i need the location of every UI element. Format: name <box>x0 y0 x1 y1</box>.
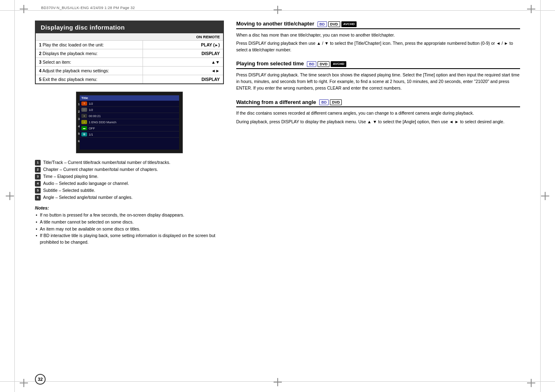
trim-mark-top-left <box>20 5 28 13</box>
format-badge-dvd: DVD <box>330 99 342 105</box>
content-area: Displaying disc information ON REMOTE 1 … <box>35 21 520 371</box>
trim-mark-bottom-center <box>274 378 282 386</box>
format-badge-bd: BD <box>319 99 329 105</box>
step-action: DISPLAY <box>143 49 223 58</box>
section-paragraph: Press DISPLAY during playback then use ▲… <box>236 40 520 53</box>
step-label: 3 Select an item: <box>36 58 143 67</box>
tv-row-number: 4 <box>76 122 81 130</box>
format-badge-bd: BD <box>318 21 327 27</box>
tv-row: T 1/2 <box>80 101 179 107</box>
step-action: DISPLAY <box>143 75 223 84</box>
format-badge-dvd: DVD <box>328 21 340 27</box>
section-paragraph: When a disc has more than one title/chap… <box>236 32 520 38</box>
left-column: Displaying disc information ON REMOTE 1 … <box>35 21 224 371</box>
format-badge-dvd: DVD <box>318 61 329 67</box>
step-action: ◄► <box>143 67 223 75</box>
tv-inner: Title T 1/2 □ 1/2 ● 00:00:21 ♪ 1 ENG DDD… <box>80 95 179 150</box>
trim-mark-mid-left <box>6 192 14 200</box>
tv-row-number: 5 <box>76 130 81 137</box>
section-body-playing-selected: Press DISPLAY during playback. The time … <box>236 71 520 92</box>
trim-mark-top-right <box>527 5 535 13</box>
right-column: Moving to another title/chapter BDDVDAVC… <box>236 21 520 371</box>
tv-row-label: 1/2 <box>89 108 93 112</box>
numbered-items-list: 1Title/Track – Current title/track numbe… <box>35 159 224 201</box>
tv-row: □ 1/2 <box>80 107 179 113</box>
section-body-moving: When a disc has more than one title/chap… <box>236 32 520 53</box>
section-moving: Moving to another title/chapter BDDVDAVC… <box>236 21 520 53</box>
tv-row-icon: ● <box>81 114 87 118</box>
item-text: Time – Elapsed playing time. <box>43 173 98 180</box>
tv-row: ▬ OFF <box>80 125 179 131</box>
disc-info-table: ON REMOTE 1 Play the disc loaded on the … <box>36 33 223 83</box>
step-badge: 5 <box>35 188 41 194</box>
numbered-item: 4Audio – Selected audio language or chan… <box>35 180 224 187</box>
tv-row-label: 1/1 <box>89 133 93 136</box>
trim-mark-bottom-left <box>20 379 28 387</box>
section-title-playing-selected: Playing from selected time BDDVDAVCHD <box>236 60 520 69</box>
note-item: If BD interactive title is playing back,… <box>35 233 224 246</box>
tv-row-label: OFF <box>89 127 95 130</box>
tv-row-icon: ▬ <box>81 126 87 130</box>
tv-row-icon: ♪ <box>81 120 87 124</box>
disc-info-box: Displaying disc information ON REMOTE 1 … <box>35 21 224 84</box>
numbered-item: 2Chapter – Current chapter number/total … <box>35 166 224 173</box>
header-text: BD370V-N_BUSALLK-ENG 4/24/09 1:28 PM Pag… <box>41 6 135 10</box>
step-action: PLAY (►) <box>143 41 223 49</box>
notes-section: Notes: If no button is pressed for a few… <box>35 205 224 246</box>
section-paragraph: During playback, press DISPLAY to displa… <box>236 118 520 125</box>
format-badges: BDDVDAVCHD <box>307 61 346 67</box>
step-action: ▲▼ <box>143 58 223 67</box>
tv-row-icon: T <box>81 101 87 106</box>
step-label: 1 Play the disc loaded on the unit: <box>36 41 143 49</box>
tv-row-number: 1 <box>76 100 81 108</box>
step-badge: 6 <box>35 195 41 201</box>
on-remote-header: ON REMOTE <box>36 33 223 41</box>
section-paragraph: Press DISPLAY during playback. The time … <box>236 71 520 92</box>
section-paragraph: If the disc contains scenes recorded at … <box>236 110 520 116</box>
numbered-item: 5Subtitle – Selected subtitle. <box>35 187 224 194</box>
section-playing-selected: Playing from selected time BDDVDAVCHD Pr… <box>236 60 520 91</box>
numbered-item: 3Time – Elapsed playing time. <box>35 173 224 180</box>
format-badge-avchd: AVCHD <box>331 61 346 67</box>
item-text: Chapter – Current chapter number/total n… <box>43 166 158 173</box>
note-item: If no button is pressed for a few second… <box>35 212 224 219</box>
tv-row-label: 1/2 <box>89 102 93 106</box>
tv-row-icon: ⦿ <box>81 132 87 136</box>
section-title-moving: Moving to another title/chapter BDDVDAVC… <box>236 21 520 29</box>
tv-title-bar: Title <box>80 95 179 101</box>
tv-screen: Title T 1/2 □ 1/2 ● 00:00:21 ♪ 1 ENG DDD… <box>76 92 183 153</box>
section-watching-angle: Watching from a different angle BDDVD If… <box>236 99 520 125</box>
item-text: Title/Track – Current title/track number… <box>43 159 170 166</box>
tv-row: ⦿ 1/1 <box>80 131 179 138</box>
disc-info-title: Displaying disc information <box>36 21 223 33</box>
tv-row-number: 2 <box>76 108 81 115</box>
item-text: Subtitle – Selected subtitle. <box>43 187 95 194</box>
notes-list: If no button is pressed for a few second… <box>35 212 224 246</box>
item-text: Angle – Selected angle/total number of a… <box>43 194 133 201</box>
trim-mark-top-center <box>274 6 282 14</box>
numbered-item: 6Angle – Selected angle/total number of … <box>35 194 224 201</box>
step-badge: 2 <box>35 167 41 173</box>
tv-row-label: 00:00:21 <box>89 114 101 118</box>
step-badge: 3 <box>35 174 41 180</box>
tv-row-label: 1 ENG DDD Munich <box>89 120 116 124</box>
section-body-watching-angle: If the disc contains scenes recorded at … <box>236 110 520 125</box>
note-item: A title number cannot be selected on som… <box>35 219 224 226</box>
section-title-watching-angle: Watching from a different angle BDDVD <box>236 99 520 108</box>
step-label: 2 Displays the playback menu: <box>36 49 143 58</box>
format-badge-avchd: AVCHD <box>341 21 357 27</box>
step-label: 4 Adjust the playback menu settings: <box>36 67 143 75</box>
item-text: Audio – Selected audio language or chann… <box>43 180 129 187</box>
tv-row-number: 6 <box>76 137 81 145</box>
trim-mark-mid-right <box>541 192 549 200</box>
step-badge: 4 <box>35 181 41 187</box>
step-badge: 1 <box>35 160 41 166</box>
tv-row-number: 3 <box>76 115 81 122</box>
tv-row: ● 00:00:21 <box>80 113 179 119</box>
trim-mark-bottom-right <box>527 379 535 387</box>
notes-title: Notes: <box>35 205 224 210</box>
tv-row-icon: □ <box>81 108 87 112</box>
tv-row: ♪ 1 ENG DDD Munich <box>80 119 179 125</box>
format-badges: BDDVDAVCHD <box>318 21 357 27</box>
step-label: 5 Exit the disc playback menu: <box>36 75 143 84</box>
